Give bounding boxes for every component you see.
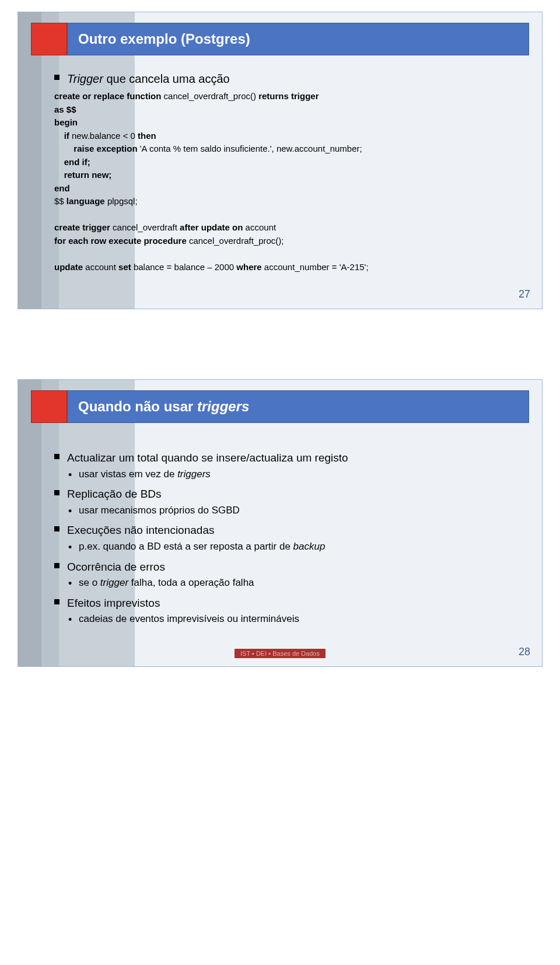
slide-title-row: Outro exemplo (Postgres) <box>31 23 529 55</box>
list-item: Execuções não intencionadas p.ex. quando… <box>54 522 517 554</box>
title-italic: triggers <box>197 398 249 414</box>
item-text: Ocorrência de erros <box>67 561 165 573</box>
item-text: Replicação de BDs <box>67 488 162 500</box>
title-pre: Quando não usar <box>78 398 197 414</box>
title-bar: Quando não usar triggers <box>67 390 529 423</box>
code-block: create or replace function cancel_overdr… <box>54 90 517 274</box>
bullet-trigger-cancel: Trigger que cancela uma acção <box>54 71 517 88</box>
slide-title: Quando não usar triggers <box>78 398 249 415</box>
footer-bar: IST ▪ DEI ▪ Bases de Dados <box>235 649 326 658</box>
title-accent-red <box>31 390 67 423</box>
bullet-intro-rest: que cancela uma acção <box>103 72 230 85</box>
slide-content: Actualizar um total quando se insere/act… <box>31 435 529 637</box>
list-item: Actualizar um total quando se insere/act… <box>54 450 517 481</box>
item-text: Actualizar um total quando se insere/act… <box>67 452 348 464</box>
sub-item: usar vistas em vez de triggers <box>67 467 517 482</box>
bullet-list: Actualizar um total quando se insere/act… <box>54 450 517 627</box>
page-number: 27 <box>519 288 530 300</box>
list-item: Ocorrência de erros se o trigger falha, … <box>54 559 517 590</box>
sub-item: usar mecanismos próprios do SGBD <box>67 504 517 518</box>
sub-item: cadeias de eventos imprevisíveis ou inte… <box>67 612 517 627</box>
slide-title-row: Quando não usar triggers <box>31 390 529 423</box>
slide-title: Outro exemplo (Postgres) <box>78 31 250 47</box>
list-item: Efeitos imprevistos cadeias de eventos i… <box>54 595 517 627</box>
page-number: 28 <box>519 646 530 658</box>
sub-item: se o trigger falha, toda a operação falh… <box>67 576 517 590</box>
bullet-intro-italic: Trigger <box>67 72 103 85</box>
title-bar: Outro exemplo (Postgres) <box>67 23 529 55</box>
slide-when-not-triggers: Quando não usar triggers Actualizar um t… <box>18 379 542 667</box>
item-text: Execuções não intencionadas <box>67 524 214 536</box>
item-text: Efeitos imprevistos <box>67 597 160 609</box>
sub-item: p.ex. quando a BD está a ser reposta a p… <box>67 540 517 554</box>
list-item: Replicação de BDs usar mecanismos própri… <box>54 486 517 518</box>
slide-content: Trigger que cancela uma acção create or … <box>31 67 529 279</box>
title-accent-red <box>31 23 67 55</box>
slide-postgres-example: Outro exemplo (Postgres) Trigger que can… <box>18 12 542 309</box>
